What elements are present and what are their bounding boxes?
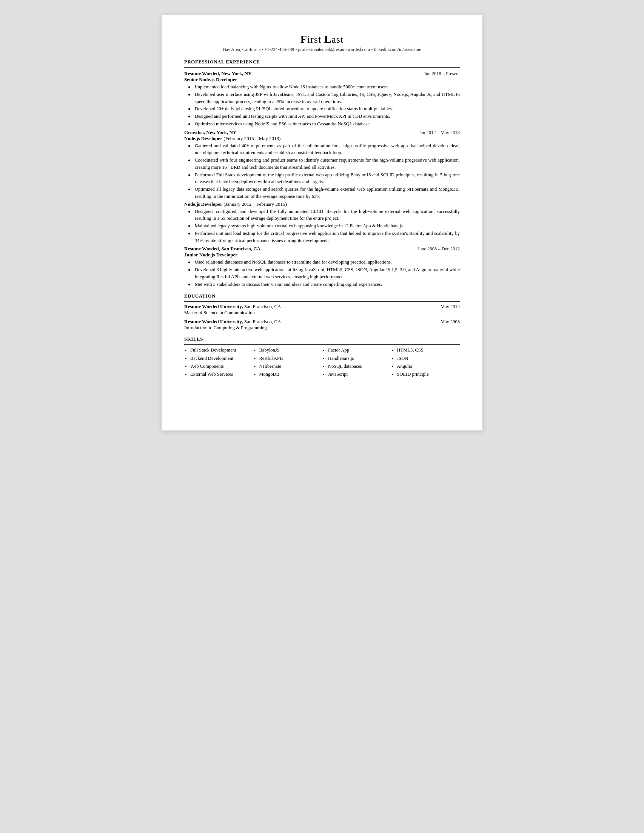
edu-1-date: May 2014 — [440, 304, 460, 310]
job-1-date: Jun 2018 – Present — [424, 71, 460, 77]
header-divider — [184, 55, 460, 55]
education-divider — [184, 301, 460, 302]
job-3-date: June 2008 – Dec 2012 — [418, 246, 460, 252]
job-3-bullets: Used relational databases and NoSQL data… — [188, 259, 460, 288]
skill-item: External Web Services — [184, 370, 253, 378]
skill-item: JSON — [391, 355, 460, 362]
bullet-item: Performed unit and load testing for the … — [188, 230, 460, 244]
skills-col-4: HTML5, CSS JSON Angular SOLID principle — [391, 346, 460, 378]
bullet-item: Met with 3 stakeholders to discuss their… — [188, 281, 460, 288]
bullet-item: Optimized microservices using NodeJS and… — [188, 121, 460, 128]
skill-item: BabylonJS — [253, 346, 322, 354]
bullet-item: Performed Full Stack development of the … — [188, 171, 460, 186]
education-section-title: Education — [184, 293, 460, 299]
job-3-company: Resume Worded, San Francisco, CA — [184, 245, 260, 252]
experience-divider — [184, 67, 460, 68]
edu-2-school: Resume Worded University, San Francisco,… — [184, 319, 281, 325]
skill-item: Backend Development — [184, 355, 253, 362]
edu-1-degree: Master of Science in Communication — [184, 310, 460, 316]
skills-grid: Full Stack Development Backend Developme… — [184, 346, 460, 378]
experience-section-title: Professional Experience — [184, 59, 460, 65]
job-1-company: Resume Worded, New York, NY — [184, 70, 251, 77]
bullet-item: Implemented load-balancing with Nginx to… — [188, 84, 460, 91]
contact-info: Bay Area, California • +1-234-456-789 • … — [184, 47, 460, 53]
skill-item: JavaScript — [322, 370, 391, 378]
bullet-item: Coordinated with four engineering and pr… — [188, 157, 460, 171]
bullet-item: Developed user interface using JSP with … — [188, 91, 460, 105]
resume-page: First Last Bay Area, California • +1-234… — [162, 15, 482, 431]
bullet-item: Gathered and validated 40+ requirements … — [188, 142, 460, 157]
skill-item: NoSQL databases — [322, 362, 391, 370]
job-3-title: Junior Node.js Developer — [184, 252, 460, 258]
job-1-header: Resume Worded, New York, NY Jun 2018 – P… — [184, 70, 460, 77]
job-3-header: Resume Worded, San Francisco, CA June 20… — [184, 245, 460, 252]
bullet-item: Developed 20+ daily jobs using PL/SQL st… — [188, 105, 460, 113]
header: First Last Bay Area, California • +1-234… — [184, 33, 460, 53]
bullet-item: Optimized all legacy data storages and s… — [188, 186, 460, 200]
skill-item: Restful APIs — [253, 355, 322, 362]
job-2-subrole-title: Node.js Developer (January 2012 – Februa… — [184, 201, 460, 207]
bullet-item: Maintained legacy systems high-volume ex… — [188, 222, 460, 230]
edu-2-date: May 2008 — [440, 319, 460, 325]
job-1-bullets: Implemented load-balancing with Nginx to… — [188, 84, 460, 128]
skill-item: Factor App — [322, 346, 391, 354]
edu-2-degree: Introduction to Computing & Programming — [184, 325, 460, 331]
skill-item: SOLID principle — [391, 370, 460, 378]
skill-item: Full Stack Development — [184, 346, 253, 354]
job-1-title: Senior Node.js Developer — [184, 77, 460, 83]
job-2-date: Jan 2012 – May 2018 — [419, 130, 460, 135]
edu-1-school: Resume Worded University, San Francisco,… — [184, 304, 281, 310]
skills-col-3: Factor App Handlebars.js NoSQL databases… — [322, 346, 391, 378]
candidate-name: First Last — [184, 33, 460, 45]
edu-1-header: Resume Worded University, San Francisco,… — [184, 304, 460, 310]
bullet-item: Used relational databases and NoSQL data… — [188, 259, 460, 266]
skill-item: Angular — [391, 362, 460, 370]
job-2-subrole-bullets: Designed, configured, and developed the … — [188, 208, 460, 244]
edu-1: Resume Worded University, San Francisco,… — [184, 304, 460, 316]
job-2-company: Growthsi, New York, NY — [184, 129, 236, 135]
skill-item: MongoDB — [253, 370, 322, 378]
bullet-item: Designed, configured, and developed the … — [188, 208, 460, 222]
skills-section-title: Skills — [184, 336, 460, 342]
skills-col-2: BabylonJS Restful APIs NHibernate MongoD… — [253, 346, 322, 378]
skill-item: Web Components — [184, 362, 253, 370]
edu-2: Resume Worded University, San Francisco,… — [184, 319, 460, 331]
bullet-item: Designed and performed unit testing scri… — [188, 113, 460, 120]
skills-col-1: Full Stack Development Backend Developme… — [184, 346, 253, 378]
skill-item: HTML5, CSS — [391, 346, 460, 354]
bullet-item: Developed 3 highly interactive web appli… — [188, 266, 460, 281]
skill-item: NHibernate — [253, 362, 322, 370]
job-2-title: Node.js Developer (February 2015 – May 2… — [184, 135, 460, 142]
edu-2-header: Resume Worded University, San Francisco,… — [184, 319, 460, 325]
skills-divider — [184, 344, 460, 345]
skill-item: Handlebars.js — [322, 355, 391, 362]
job-2-bullets: Gathered and validated 40+ requirements … — [188, 142, 460, 200]
job-2-header: Growthsi, New York, NY Jan 2012 – May 20… — [184, 129, 460, 135]
